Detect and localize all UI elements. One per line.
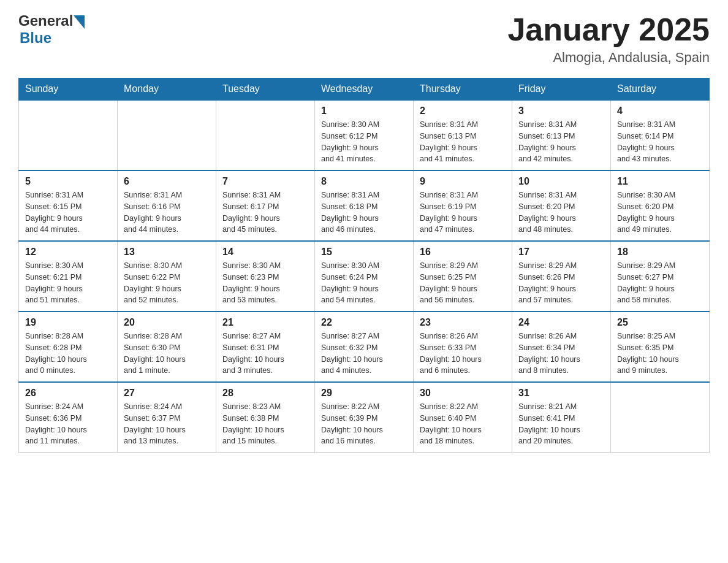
- weekday-header-friday: Friday: [512, 79, 611, 101]
- calendar-cell: 3Sunrise: 8:31 AM Sunset: 6:13 PM Daylig…: [512, 100, 611, 170]
- calendar-cell: 21Sunrise: 8:27 AM Sunset: 6:31 PM Dayli…: [216, 312, 315, 382]
- day-number: 9: [420, 176, 506, 187]
- logo-text: GeneralBlue: [18, 12, 85, 47]
- day-number: 4: [617, 105, 703, 117]
- day-info: Sunrise: 8:31 AM Sunset: 6:13 PM Dayligh…: [420, 119, 506, 165]
- weekday-header-row: SundayMondayTuesdayWednesdayThursdayFrid…: [19, 79, 710, 101]
- calendar-cell: 2Sunrise: 8:31 AM Sunset: 6:13 PM Daylig…: [414, 100, 512, 170]
- day-info: Sunrise: 8:30 AM Sunset: 6:20 PM Dayligh…: [617, 190, 703, 236]
- day-number: 17: [518, 247, 604, 258]
- calendar-cell: 12Sunrise: 8:30 AM Sunset: 6:21 PM Dayli…: [19, 241, 118, 312]
- calendar-cell: 9Sunrise: 8:31 AM Sunset: 6:19 PM Daylig…: [414, 170, 512, 241]
- day-number: 7: [222, 176, 308, 187]
- day-info: Sunrise: 8:30 AM Sunset: 6:24 PM Dayligh…: [321, 260, 407, 306]
- day-number: 12: [25, 247, 111, 258]
- day-number: 13: [124, 247, 210, 258]
- calendar-cell: 27Sunrise: 8:24 AM Sunset: 6:37 PM Dayli…: [118, 382, 216, 453]
- weekday-header-sunday: Sunday: [19, 79, 118, 101]
- day-number: 20: [124, 317, 210, 328]
- day-number: 14: [222, 247, 308, 258]
- weekday-header-thursday: Thursday: [414, 79, 512, 101]
- day-info: Sunrise: 8:30 AM Sunset: 6:21 PM Dayligh…: [25, 260, 111, 306]
- day-info: Sunrise: 8:21 AM Sunset: 6:41 PM Dayligh…: [518, 401, 604, 447]
- day-info: Sunrise: 8:31 AM Sunset: 6:17 PM Dayligh…: [222, 190, 308, 236]
- svg-marker-0: [74, 15, 85, 29]
- day-info: Sunrise: 8:27 AM Sunset: 6:31 PM Dayligh…: [222, 331, 308, 377]
- week-row-5: 26Sunrise: 8:24 AM Sunset: 6:36 PM Dayli…: [19, 382, 710, 453]
- day-info: Sunrise: 8:29 AM Sunset: 6:25 PM Dayligh…: [420, 260, 506, 306]
- calendar-cell: 6Sunrise: 8:31 AM Sunset: 6:16 PM Daylig…: [118, 170, 216, 241]
- day-info: Sunrise: 8:24 AM Sunset: 6:36 PM Dayligh…: [25, 401, 111, 447]
- calendar-cell: 26Sunrise: 8:24 AM Sunset: 6:36 PM Dayli…: [19, 382, 118, 453]
- day-info: Sunrise: 8:29 AM Sunset: 6:26 PM Dayligh…: [518, 260, 604, 306]
- calendar-cell: 19Sunrise: 8:28 AM Sunset: 6:28 PM Dayli…: [19, 312, 118, 382]
- day-info: Sunrise: 8:30 AM Sunset: 6:22 PM Dayligh…: [124, 260, 210, 306]
- day-info: Sunrise: 8:30 AM Sunset: 6:12 PM Dayligh…: [321, 119, 407, 165]
- weekday-header-monday: Monday: [118, 79, 216, 101]
- day-info: Sunrise: 8:31 AM Sunset: 6:18 PM Dayligh…: [321, 190, 407, 236]
- calendar-cell: 29Sunrise: 8:22 AM Sunset: 6:39 PM Dayli…: [315, 382, 414, 453]
- day-number: 27: [124, 388, 210, 399]
- day-info: Sunrise: 8:25 AM Sunset: 6:35 PM Dayligh…: [617, 331, 703, 377]
- weekday-header-saturday: Saturday: [611, 79, 710, 101]
- calendar-title: January 2025: [507, 12, 710, 47]
- day-number: 22: [321, 317, 407, 328]
- calendar-cell: 23Sunrise: 8:26 AM Sunset: 6:33 PM Dayli…: [414, 312, 512, 382]
- day-number: 10: [518, 176, 604, 187]
- calendar-cell: 8Sunrise: 8:31 AM Sunset: 6:18 PM Daylig…: [315, 170, 414, 241]
- title-block: January 2025 Almogia, Andalusia, Spain: [507, 12, 710, 66]
- calendar-cell: 13Sunrise: 8:30 AM Sunset: 6:22 PM Dayli…: [118, 241, 216, 312]
- day-info: Sunrise: 8:27 AM Sunset: 6:32 PM Dayligh…: [321, 331, 407, 377]
- calendar-cell: 18Sunrise: 8:29 AM Sunset: 6:27 PM Dayli…: [611, 241, 710, 312]
- day-info: Sunrise: 8:31 AM Sunset: 6:14 PM Dayligh…: [617, 119, 703, 165]
- logo-blue: Blue: [20, 29, 51, 46]
- day-number: 5: [25, 176, 111, 187]
- day-info: Sunrise: 8:30 AM Sunset: 6:23 PM Dayligh…: [222, 260, 308, 306]
- calendar-cell: 28Sunrise: 8:23 AM Sunset: 6:38 PM Dayli…: [216, 382, 315, 453]
- calendar-cell: 11Sunrise: 8:30 AM Sunset: 6:20 PM Dayli…: [611, 170, 710, 241]
- day-number: 30: [420, 388, 506, 399]
- day-info: Sunrise: 8:26 AM Sunset: 6:33 PM Dayligh…: [420, 331, 506, 377]
- day-number: 6: [124, 176, 210, 187]
- day-number: 8: [321, 176, 407, 187]
- day-info: Sunrise: 8:24 AM Sunset: 6:37 PM Dayligh…: [124, 401, 210, 447]
- day-number: 25: [617, 317, 703, 328]
- day-number: 28: [222, 388, 308, 399]
- weekday-header-wednesday: Wednesday: [315, 79, 414, 101]
- calendar-cell: 30Sunrise: 8:22 AM Sunset: 6:40 PM Dayli…: [414, 382, 512, 453]
- calendar-cell: 7Sunrise: 8:31 AM Sunset: 6:17 PM Daylig…: [216, 170, 315, 241]
- day-number: 11: [617, 176, 703, 187]
- calendar-cell: 16Sunrise: 8:29 AM Sunset: 6:25 PM Dayli…: [414, 241, 512, 312]
- weekday-header-tuesday: Tuesday: [216, 79, 315, 101]
- day-info: Sunrise: 8:31 AM Sunset: 6:20 PM Dayligh…: [518, 190, 604, 236]
- day-info: Sunrise: 8:23 AM Sunset: 6:38 PM Dayligh…: [222, 401, 308, 447]
- page-header: GeneralBlue January 2025 Almogia, Andalu…: [18, 12, 710, 66]
- calendar-cell: 25Sunrise: 8:25 AM Sunset: 6:35 PM Dayli…: [611, 312, 710, 382]
- calendar-cell: 22Sunrise: 8:27 AM Sunset: 6:32 PM Dayli…: [315, 312, 414, 382]
- calendar-cell: [611, 382, 710, 453]
- week-row-4: 19Sunrise: 8:28 AM Sunset: 6:28 PM Dayli…: [19, 312, 710, 382]
- day-number: 15: [321, 247, 407, 258]
- week-row-3: 12Sunrise: 8:30 AM Sunset: 6:21 PM Dayli…: [19, 241, 710, 312]
- day-number: 2: [420, 105, 506, 117]
- week-row-1: 1Sunrise: 8:30 AM Sunset: 6:12 PM Daylig…: [19, 100, 710, 170]
- day-number: 26: [25, 388, 111, 399]
- day-number: 24: [518, 317, 604, 328]
- calendar-cell: 14Sunrise: 8:30 AM Sunset: 6:23 PM Dayli…: [216, 241, 315, 312]
- day-info: Sunrise: 8:28 AM Sunset: 6:30 PM Dayligh…: [124, 331, 210, 377]
- day-info: Sunrise: 8:26 AM Sunset: 6:34 PM Dayligh…: [518, 331, 604, 377]
- day-info: Sunrise: 8:29 AM Sunset: 6:27 PM Dayligh…: [617, 260, 703, 306]
- day-number: 3: [518, 105, 604, 117]
- day-number: 18: [617, 247, 703, 258]
- calendar-cell: [19, 100, 118, 170]
- day-number: 1: [321, 105, 407, 117]
- calendar-cell: [216, 100, 315, 170]
- day-info: Sunrise: 8:31 AM Sunset: 6:19 PM Dayligh…: [420, 190, 506, 236]
- calendar-subtitle: Almogia, Andalusia, Spain: [507, 50, 710, 66]
- day-number: 19: [25, 317, 111, 328]
- calendar-cell: 17Sunrise: 8:29 AM Sunset: 6:26 PM Dayli…: [512, 241, 611, 312]
- logo-icon: [74, 15, 85, 29]
- calendar-cell: 1Sunrise: 8:30 AM Sunset: 6:12 PM Daylig…: [315, 100, 414, 170]
- day-number: 29: [321, 388, 407, 399]
- calendar-cell: [118, 100, 216, 170]
